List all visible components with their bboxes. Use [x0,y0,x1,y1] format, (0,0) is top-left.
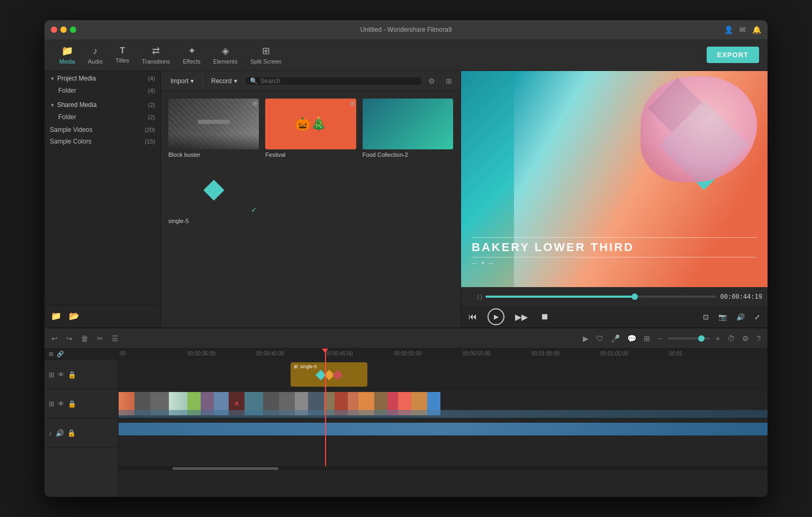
ruler-mark-6: 00:01:00:00 [531,351,560,356]
timeline-content: ⊞ 🔗 ⊞ 👁 🔒 ⊞ 👁 🔒 ♪ 🔊 🔒 [44,349,768,497]
title-clip-diamonds [294,371,364,379]
media-toolbar: Import ▾ Record ▾ 🔍 ⚙ ⊞ [161,71,461,91]
audio-track-sidebar: ♪ 🔊 🔒 [44,418,118,448]
import-folder-icon[interactable]: 📂 [67,309,82,323]
tracks-sidebar: ⊞ 🔗 ⊞ 👁 🔒 ⊞ 👁 🔒 ♪ 🔊 🔒 [44,349,119,497]
play-forward-button[interactable]: ▶▶ [513,310,530,324]
new-folder-icon[interactable]: 📁 [49,309,64,323]
zoom-slider[interactable] [667,337,710,340]
video-track-grid-icon[interactable]: ⊞ [49,400,55,408]
playhead-line[interactable] [325,349,326,360]
cut-button[interactable]: ✂ [95,333,105,344]
mail-icon[interactable]: ✉ [739,25,746,34]
audio-track-lock-icon[interactable]: 🔒 [67,429,76,437]
user-icon[interactable]: 👤 [724,25,733,34]
redo-button[interactable]: ↪ [65,333,74,344]
link-track-icon[interactable]: 🔗 [57,351,64,358]
grid-view-icon[interactable]: ⊞ [443,76,455,86]
subtitle-icon[interactable]: 💬 [626,333,638,344]
record-button[interactable]: Record ▾ [207,75,241,87]
toolbar-titles[interactable]: T Titles [109,44,136,66]
skip-back-button[interactable]: ⏮ [466,310,479,324]
screenshot-icon[interactable]: 📷 [716,311,729,323]
fullscreen-icon[interactable]: ⊡ [701,311,711,323]
snap-track-icon[interactable]: ⊞ [49,351,53,358]
sample-colors-item[interactable]: Sample Colors (15) [44,136,160,147]
video-track-eye-icon[interactable]: 👁 [58,400,65,408]
preview-subtitle: — ✦ — [472,260,757,266]
minimize-button[interactable] [60,26,67,33]
title-track-grid-icon[interactable]: ⊞ [49,371,55,379]
sample-videos-item[interactable]: Sample Videos (20) [44,124,160,136]
title-clip[interactable]: ⊞ single-5 [291,362,367,387]
settings-icon[interactable]: ⚙ [741,333,751,344]
horizontal-scrollbar[interactable] [119,466,768,470]
festival-thumb: ⊞ 🎃🎄 [265,99,356,149]
media-icon: 📁 [61,45,73,57]
search-input[interactable] [260,77,417,85]
toolbar-elements-label: Elements [213,58,238,65]
time-display: 00:00:44:19 [720,293,762,300]
stop-button[interactable]: ⏹ [538,310,551,324]
motion-icon[interactable]: ▶ [581,333,590,344]
maximize-button[interactable] [70,26,76,33]
list-button[interactable]: ☰ [110,333,120,344]
time-ruler: :00 00:00:35:00 00:00:40:00 00:00:45:00 … [119,349,768,360]
toolbar-audio[interactable]: ♪ Audio [82,43,109,67]
single5-check-icon: ✓ [251,206,257,214]
media-item-festival[interactable]: ⊞ 🎃🎄 Festival [265,99,356,158]
zoom-out-icon[interactable]: − [656,333,663,344]
expand-icon[interactable]: ⤢ [752,311,762,323]
snap-icon[interactable]: ⊞ [642,333,652,344]
delete-button[interactable]: 🗑 [79,333,90,344]
toolbar-split-screen[interactable]: ⊞ Split Screen [244,43,288,67]
undo-button[interactable]: ↩ [50,333,59,344]
toolbar-elements[interactable]: ◈ Elements [207,43,244,67]
title-track-eye-icon[interactable]: 👁 [58,371,65,379]
play-button[interactable]: ▶ [488,308,504,325]
shared-media-header[interactable]: ▼ Shared Media (2) [44,99,160,111]
audio-track-note-icon[interactable]: ♪ [49,429,52,437]
timeline-right-tools: ▶ 🛡 🎤 💬 ⊞ − + ⏱ ⚙ ? [581,333,762,344]
main-toolbar: 📁 Media ♪ Audio T Titles ⇄ Transitions ✦… [44,39,768,71]
toolbar-transitions-label: Transitions [142,58,170,65]
zoom-in-icon[interactable]: + [714,333,721,344]
filter-icon[interactable]: ⚙ [425,76,438,86]
mic-icon[interactable]: 🎤 [609,333,621,344]
duration-icon[interactable]: ⏱ [726,333,736,344]
ruler-marks: :00 00:00:35:00 00:00:40:00 00:00:45:00 … [119,349,768,360]
audio-track-volume-icon[interactable]: 🔊 [56,429,64,437]
media-item-food[interactable]: ⊞ ✓ Food Collection-2 [363,99,453,158]
export-button[interactable]: EXPORT [707,47,759,63]
single5-thumb: ✓ [168,164,259,215]
audio-clip-bar[interactable] [119,423,768,435]
progress-bar[interactable] [485,296,716,298]
preview-line-bottom [472,257,757,257]
volume-icon[interactable]: 🔊 [734,311,747,323]
preview-panel: BAKERY LOWER THIRD — ✦ — { } 00:00:44:19 [461,71,768,327]
media-item-single5[interactable]: ✓ single-5 [168,164,259,224]
media-item-blockbuster[interactable]: ⊞ Block buster [168,99,259,158]
scrollbar-thumb[interactable] [173,467,278,470]
festival-label: Festival [265,151,356,158]
shared-folder-count: (2) [148,114,155,120]
preview-progress-bar-container: { } 00:00:44:19 [461,287,768,306]
zoom-handle [698,335,705,342]
title-track-lock-icon[interactable]: 🔒 [68,371,76,379]
toolbar-transitions[interactable]: ⇄ Transitions [136,43,176,67]
toolbar-split-screen-label: Split Screen [250,58,282,65]
notification-icon[interactable]: 🔔 [752,25,761,34]
toolbar-media[interactable]: 📁 Media [53,43,82,67]
close-button[interactable] [51,26,57,33]
project-media-folder[interactable]: Folder (4) [44,85,160,96]
help-icon[interactable]: ? [755,333,762,344]
toolbar-titles-label: Titles [115,57,129,64]
shield-icon[interactable]: 🛡 [594,333,605,344]
project-media-label: Project Media [57,75,96,82]
ruler-mark-0: :00 [119,351,126,356]
import-button[interactable]: Import ▾ [166,75,198,87]
project-media-header[interactable]: ▼ Project Media (4) [44,72,160,85]
shared-media-folder[interactable]: Folder (2) [44,111,160,123]
video-track-lock-icon[interactable]: 🔒 [68,400,76,408]
toolbar-effects[interactable]: ✦ Effects [176,43,206,67]
